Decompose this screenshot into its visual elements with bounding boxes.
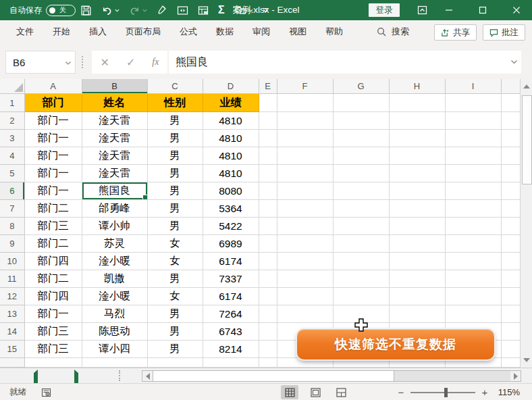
empty-cell[interactable] <box>389 235 445 253</box>
empty-cell[interactable] <box>389 147 445 165</box>
vertical-scroll-thumb[interactable] <box>522 95 532 184</box>
data-cell[interactable]: 部门二 <box>24 200 82 218</box>
data-cell[interactable]: 部门一 <box>24 147 82 165</box>
data-cell[interactable]: 7337 <box>203 270 259 288</box>
empty-cell[interactable] <box>259 182 277 200</box>
empty-cell[interactable] <box>333 112 389 130</box>
maximize-button[interactable] <box>471 0 494 20</box>
horizontal-scroll-thumb[interactable] <box>153 371 394 381</box>
empty-cell[interactable] <box>82 358 147 368</box>
zoom-slider[interactable] <box>410 392 475 393</box>
data-cell[interactable]: 5364 <box>203 200 259 218</box>
empty-cell[interactable] <box>203 358 259 368</box>
data-cell[interactable]: 部门二 <box>24 270 82 288</box>
empty-cell[interactable] <box>333 218 389 235</box>
search-box[interactable]: 搜索 <box>377 26 409 38</box>
empty-cell[interactable] <box>259 218 277 235</box>
empty-cell[interactable] <box>333 270 389 288</box>
zoom-level[interactable]: 115% <box>494 387 520 397</box>
empty-cell[interactable] <box>259 200 277 218</box>
row-header-8[interactable]: 8 <box>0 218 24 235</box>
empty-cell[interactable] <box>445 165 501 182</box>
empty-cell[interactable] <box>277 235 333 253</box>
scroll-up-icon[interactable] <box>522 81 531 92</box>
empty-cell[interactable] <box>445 218 501 235</box>
empty-cell[interactable] <box>333 235 389 253</box>
data-cell[interactable]: 苏灵 <box>82 235 147 253</box>
header-cell-1[interactable]: 姓名 <box>82 94 147 112</box>
login-button[interactable]: 登录 <box>369 3 400 17</box>
empty-cell[interactable] <box>147 358 203 368</box>
empty-cell[interactable] <box>259 130 277 147</box>
empty-cell[interactable] <box>24 358 82 368</box>
column-header-partial[interactable] <box>501 79 520 94</box>
empty-cell[interactable] <box>277 182 333 200</box>
undo-button[interactable] <box>97 0 124 20</box>
data-cell[interactable]: 淦天雷 <box>82 130 147 147</box>
empty-cell[interactable] <box>277 253 333 270</box>
empty-cell[interactable] <box>259 235 277 253</box>
empty-cell[interactable] <box>501 288 520 305</box>
data-cell[interactable]: 凯撒 <box>82 270 147 288</box>
empty-cell[interactable] <box>389 270 445 288</box>
data-cell[interactable]: 谭小帅 <box>82 218 147 235</box>
data-cell[interactable]: 淦小暖 <box>82 253 147 270</box>
empty-cell[interactable] <box>333 253 389 270</box>
empty-cell[interactable] <box>277 94 333 112</box>
data-cell[interactable]: 部门一 <box>24 130 82 147</box>
data-cell[interactable]: 4810 <box>203 147 259 165</box>
formula-bar-splitter[interactable] <box>82 56 83 68</box>
data-cell[interactable]: 邰勇峰 <box>82 200 147 218</box>
ribbon-tab-8[interactable]: 帮助 <box>316 20 352 43</box>
ribbon-tab-1[interactable]: 开始 <box>43 20 80 43</box>
data-cell[interactable]: 陈思动 <box>82 323 147 341</box>
data-cell[interactable]: 男 <box>147 270 203 288</box>
ribbon-tab-4[interactable]: 公式 <box>170 20 207 43</box>
empty-cell[interactable] <box>501 112 520 130</box>
data-cell[interactable]: 6743 <box>203 323 259 341</box>
empty-cell[interactable] <box>277 270 333 288</box>
confirm-entry-icon[interactable]: ✓ <box>126 56 135 69</box>
empty-cell[interactable] <box>501 235 520 253</box>
empty-cell[interactable] <box>389 305 445 323</box>
selected-cell[interactable]: 熊国良 <box>82 182 147 200</box>
shapes-icon[interactable] <box>230 0 258 20</box>
tab-splitter[interactable] <box>119 370 120 381</box>
data-cell[interactable]: 女 <box>147 235 203 253</box>
row-header-7[interactable]: 7 <box>0 200 24 218</box>
close-button[interactable] <box>505 0 528 20</box>
redo-button[interactable] <box>124 0 152 20</box>
normal-view-icon[interactable] <box>281 385 298 399</box>
data-cell[interactable]: 8214 <box>203 341 259 358</box>
column-header-B[interactable]: B <box>82 79 147 94</box>
column-header-F[interactable]: F <box>277 79 333 94</box>
empty-cell[interactable] <box>445 182 501 200</box>
data-cell[interactable]: 4810 <box>203 112 259 130</box>
autosave-toggle[interactable]: 关 <box>46 5 76 16</box>
empty-cell[interactable] <box>333 165 389 182</box>
empty-cell[interactable] <box>259 112 277 130</box>
select-all-corner[interactable] <box>0 79 24 94</box>
empty-cell[interactable] <box>259 288 277 305</box>
empty-cell[interactable] <box>333 200 389 218</box>
data-cell[interactable]: 8080 <box>203 182 259 200</box>
row-header-11[interactable]: 11 <box>0 270 24 288</box>
empty-cell[interactable] <box>259 270 277 288</box>
column-header-I[interactable]: I <box>445 79 501 94</box>
data-cell[interactable]: 女 <box>147 288 203 305</box>
data-cell[interactable]: 4810 <box>203 165 259 182</box>
empty-cell[interactable] <box>277 305 333 323</box>
formula-input[interactable]: 熊国良 <box>169 51 521 74</box>
empty-cell[interactable] <box>445 235 501 253</box>
data-cell[interactable]: 男 <box>147 165 203 182</box>
ribbon-tab-5[interactable]: 数据 <box>207 20 243 43</box>
data-cell[interactable]: 马烈 <box>82 305 147 323</box>
empty-cell[interactable] <box>501 358 520 368</box>
data-cell[interactable]: 5422 <box>203 218 259 235</box>
autosum-icon[interactable]: Σ <box>213 0 230 20</box>
empty-cell[interactable] <box>259 165 277 182</box>
data-cell[interactable]: 6174 <box>203 288 259 305</box>
empty-cell[interactable] <box>333 147 389 165</box>
header-cell-0[interactable]: 部门 <box>24 94 82 112</box>
empty-cell[interactable] <box>277 218 333 235</box>
